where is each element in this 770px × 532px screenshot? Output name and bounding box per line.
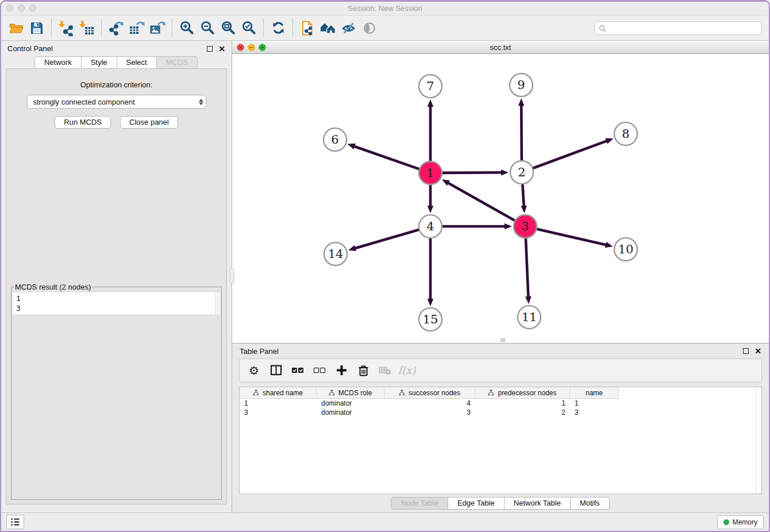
graph-edge-arrowhead	[501, 169, 509, 176]
control-panel-header: Control Panel ✕	[1, 41, 232, 56]
graph-edge-1-2[interactable]	[441, 172, 502, 173]
table-settings-button[interactable]: ⚙	[243, 361, 265, 380]
mcds-result-area[interactable]: 1 3	[13, 292, 220, 314]
network-window-titlebar[interactable]: scc.txt	[232, 41, 769, 54]
table-cell[interactable]: 1	[475, 399, 570, 407]
save-session-button[interactable]	[26, 18, 47, 38]
graph-edge-3-1[interactable]	[448, 183, 517, 221]
hide-selected-button[interactable]	[338, 18, 359, 38]
open-session-button[interactable]	[6, 18, 26, 38]
column-header-shared-name[interactable]: shared name	[240, 387, 317, 399]
graph-edge-3-10[interactable]	[536, 229, 607, 245]
network-graph[interactable]: 1234678910111415	[232, 54, 769, 344]
export-network-button[interactable]	[106, 18, 126, 38]
tab-mcds[interactable]: MCDS	[156, 56, 198, 69]
window-resize-handle[interactable]	[500, 338, 505, 342]
zoom-selected-icon	[241, 20, 257, 36]
graph-edge-2-3[interactable]	[522, 183, 524, 207]
deselect-all-columns-button[interactable]	[309, 361, 330, 380]
close-panel-icon[interactable]: ✕	[218, 45, 225, 53]
table-cell[interactable]: 1	[240, 399, 317, 407]
column-header-name[interactable]: name	[570, 387, 619, 399]
table-cell[interactable]: 1	[570, 399, 619, 407]
save-icon	[29, 21, 44, 36]
toolbar-separator	[292, 20, 293, 37]
float-panel-icon[interactable]	[207, 46, 213, 52]
table-panel-header: Table Panel ✕	[232, 344, 769, 358]
trash-icon	[357, 364, 370, 377]
minimize-window-button[interactable]	[18, 5, 25, 11]
column-header-predecessor-nodes[interactable]: predecessor nodes	[475, 387, 570, 399]
zoom-out-button[interactable]	[197, 18, 218, 38]
export-image-button[interactable]	[147, 18, 168, 38]
graph-node-label: 4	[426, 219, 434, 233]
table-cell[interactable]: dominator	[317, 399, 384, 407]
tab-network-table[interactable]: Network Table	[504, 497, 571, 510]
optimization-criterion-select[interactable]: strongly connected component	[27, 95, 206, 109]
search-input[interactable]	[609, 24, 757, 33]
graph-edge-2-9[interactable]	[521, 105, 522, 162]
zoom-out-icon	[200, 20, 215, 36]
run-mcds-button[interactable]: Run MCDS	[55, 116, 111, 129]
graph-edge-1-6[interactable]	[353, 146, 421, 169]
graph-edge-arrowhead	[605, 242, 613, 248]
close-panel-button[interactable]: Close panel	[120, 116, 178, 129]
graph-edge-4-14[interactable]	[355, 229, 421, 248]
table-row[interactable]: 1dominator411	[240, 399, 761, 408]
toolbar-separator	[101, 20, 102, 37]
table-cell[interactable]: 3	[384, 408, 475, 417]
result-scrollbar[interactable]	[215, 292, 220, 314]
delete-column-button[interactable]	[352, 361, 374, 380]
tab-network[interactable]: Network	[34, 56, 82, 69]
tab-style[interactable]: Style	[81, 56, 117, 69]
new-network-from-selection-button[interactable]	[297, 18, 318, 38]
panel-splitter-handle[interactable]	[230, 268, 234, 283]
show-columns-button[interactable]	[265, 361, 287, 380]
memory-label: Memory	[733, 518, 757, 526]
import-network-button[interactable]	[56, 18, 76, 38]
select-all-columns-button[interactable]	[287, 361, 309, 380]
import-table-button[interactable]	[76, 18, 97, 38]
delete-table-button[interactable]	[374, 361, 396, 380]
zoom-window-button[interactable]	[29, 5, 36, 11]
network-minimize-button[interactable]	[248, 44, 255, 51]
show-all-button[interactable]	[359, 18, 380, 38]
table-cell[interactable]: dominator	[317, 408, 384, 417]
apply-layout-button[interactable]	[268, 18, 288, 38]
export-table-button[interactable]	[126, 18, 147, 38]
zoom-selected-button[interactable]	[238, 18, 259, 38]
memory-button[interactable]: Memory	[717, 515, 764, 529]
graph-edge-3-11[interactable]	[526, 237, 529, 298]
zoom-fit-button[interactable]	[218, 18, 238, 38]
network-maximize-button[interactable]	[259, 44, 266, 51]
function-builder-button[interactable]: f(x)	[396, 361, 418, 380]
tab-edge-table[interactable]: Edge Table	[448, 497, 505, 510]
tab-select[interactable]: Select	[117, 56, 157, 69]
table-cell[interactable]: 4	[384, 399, 475, 407]
table-cell[interactable]: 3	[240, 408, 317, 417]
zoom-in-button[interactable]	[176, 18, 197, 38]
app-titlebar[interactable]: Session: New Session	[1, 2, 769, 16]
close-window-button[interactable]	[6, 5, 13, 11]
table-cell[interactable]: 2	[475, 408, 570, 417]
tab-node-table[interactable]: Node Table	[391, 497, 448, 510]
column-header-mcds-role[interactable]: MCDS role	[317, 387, 384, 399]
table-scrollbar[interactable]	[756, 387, 761, 494]
graph-edge-2-8[interactable]	[532, 141, 607, 169]
select-stepper-icon	[199, 99, 203, 105]
tab-motifs[interactable]: Motifs	[570, 497, 610, 510]
network-close-button[interactable]	[237, 44, 244, 51]
fx-icon: f(x)	[398, 364, 416, 376]
task-history-button[interactable]	[6, 515, 24, 529]
table-cell[interactable]: 3	[570, 408, 619, 417]
control-panel: Control Panel ✕ NetworkStyleSelectMCDS O…	[1, 41, 232, 512]
network-canvas[interactable]: 1234678910111415	[232, 54, 769, 343]
graph-node-label: 14	[328, 247, 344, 261]
float-table-panel-icon[interactable]	[743, 348, 749, 354]
create-column-button[interactable]	[330, 361, 352, 380]
search-icon	[599, 25, 606, 32]
first-neighbors-button[interactable]	[318, 18, 338, 38]
table-row[interactable]: 3dominator323	[240, 408, 761, 417]
close-table-panel-icon[interactable]: ✕	[754, 347, 761, 355]
column-header-successor-nodes[interactable]: successor nodes	[384, 387, 475, 399]
